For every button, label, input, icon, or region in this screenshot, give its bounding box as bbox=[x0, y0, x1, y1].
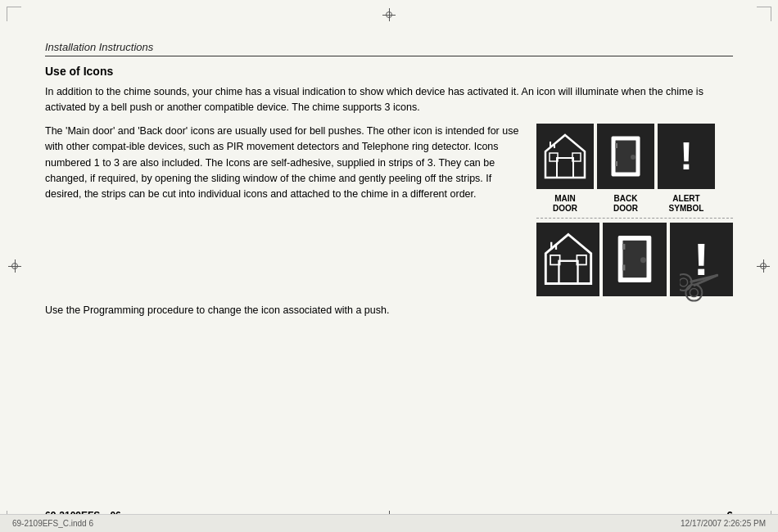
section-title: Use of Icons bbox=[45, 65, 733, 78]
alert-symbol-label: ALERT SYMBOL bbox=[658, 192, 715, 214]
alert-symbol-icon-card: ! bbox=[658, 124, 715, 189]
svg-rect-10 bbox=[615, 161, 617, 166]
main-door-label: MAINDOOR bbox=[536, 192, 594, 214]
main-door-large-svg bbox=[544, 232, 593, 286]
svg-rect-21 bbox=[622, 265, 625, 271]
svg-line-23 bbox=[691, 265, 717, 291]
svg-marker-0 bbox=[545, 135, 585, 178]
paragraph-2: The 'Main door' and 'Back door' icons ar… bbox=[45, 124, 524, 203]
corner-mark-top-right bbox=[757, 7, 771, 21]
svg-rect-20 bbox=[622, 244, 625, 250]
icons-column: ! MAINDOOR BACKDOOR ALERT SYMBOL bbox=[536, 124, 733, 296]
crosshair-left bbox=[8, 259, 21, 273]
icons-top-row: ! bbox=[536, 124, 733, 189]
header-title: Installation Instructions bbox=[45, 41, 153, 53]
svg-point-19 bbox=[640, 257, 646, 263]
icon-labels-top: MAINDOOR BACKDOOR ALERT SYMBOL bbox=[536, 192, 733, 214]
svg-point-27 bbox=[688, 286, 699, 298]
cut-line bbox=[536, 218, 733, 219]
svg-point-8 bbox=[631, 155, 636, 160]
two-col-section: The 'Main door' and 'Back door' icons ar… bbox=[45, 124, 733, 296]
crosshair-right bbox=[757, 259, 770, 273]
alert-exclamation: ! bbox=[680, 137, 693, 176]
back-door-label: BACKDOOR bbox=[597, 192, 654, 214]
svg-marker-11 bbox=[545, 235, 590, 284]
scissors-icon bbox=[680, 255, 737, 313]
text-column: The 'Main door' and 'Back door' icons ar… bbox=[45, 124, 524, 296]
content-area: Installation Instructions Use of Icons I… bbox=[45, 41, 733, 487]
svg-rect-12 bbox=[559, 261, 577, 284]
paragraph-1: In addition to the chime sounds, your ch… bbox=[45, 84, 733, 116]
crosshair-top bbox=[382, 8, 396, 21]
header-section: Installation Instructions bbox=[45, 41, 733, 56]
main-door-icon-card bbox=[536, 124, 594, 189]
svg-rect-1 bbox=[557, 158, 573, 178]
corner-mark-top-left bbox=[7, 7, 21, 21]
paragraph-3: Use the Programming procedure to change … bbox=[45, 303, 733, 318]
page: Installation Instructions Use of Icons I… bbox=[0, 0, 778, 532]
file-bar-right: 12/17/2007 2:26:25 PM bbox=[681, 519, 766, 528]
icons-bottom-row: ! bbox=[536, 223, 733, 296]
back-door-large-icon-card bbox=[603, 223, 666, 296]
file-bar-left: 69-2109EFS_C.indd 6 bbox=[12, 519, 93, 528]
back-door-icon-svg bbox=[608, 133, 643, 179]
back-door-icon-card bbox=[597, 124, 654, 189]
scissors-container bbox=[680, 255, 745, 321]
back-door-large-svg bbox=[614, 232, 655, 286]
svg-rect-9 bbox=[615, 143, 617, 148]
file-bar: 69-2109EFS_C.indd 6 12/17/2007 2:26:25 P… bbox=[0, 514, 778, 532]
main-door-large-icon-card bbox=[536, 223, 599, 296]
main-door-icon-svg bbox=[544, 133, 586, 179]
